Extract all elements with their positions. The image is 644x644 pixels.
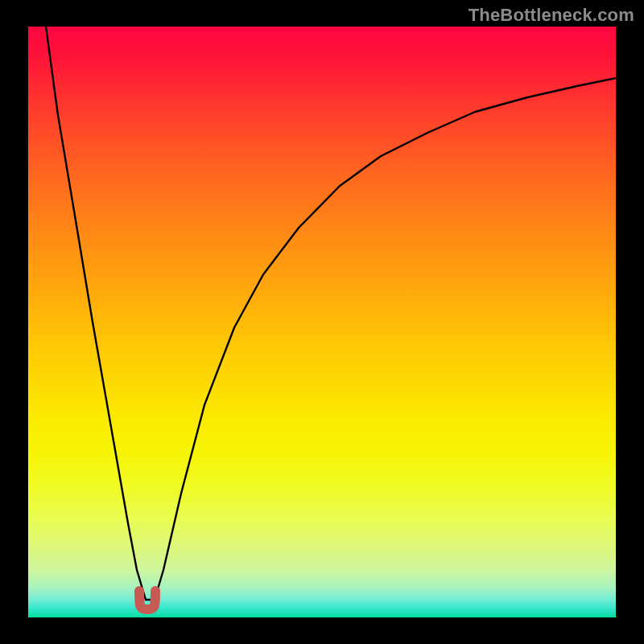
- chart-plot-area: [28, 27, 616, 617]
- bottleneck-curve: [28, 27, 616, 617]
- watermark-text: TheBottleneck.com: [469, 5, 634, 26]
- curve-path: [46, 27, 616, 600]
